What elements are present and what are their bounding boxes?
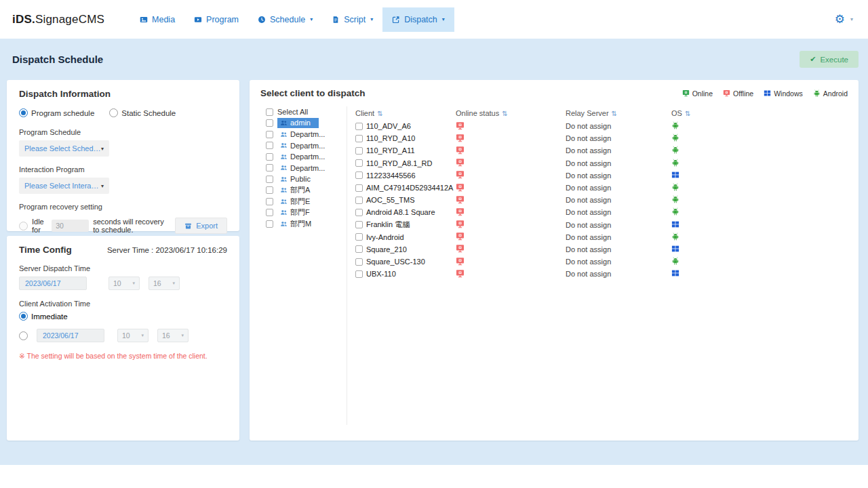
group-label[interactable]: 部門F bbox=[277, 207, 313, 218]
sort-icon[interactable]: ⇅ bbox=[502, 110, 507, 117]
radio-program-schedule[interactable]: Program schedule bbox=[19, 108, 94, 117]
sort-icon[interactable]: ⇅ bbox=[377, 110, 382, 117]
server-dispatch-date-input[interactable]: 2023/06/17 bbox=[19, 277, 87, 290]
idle-seconds-input[interactable] bbox=[52, 220, 89, 232]
tree-item-select-all[interactable]: Select All bbox=[266, 106, 347, 118]
server-dispatch-hour-select[interactable]: 10 ▾ bbox=[108, 277, 140, 290]
recovery-setting-label: Program recovery setting bbox=[19, 203, 227, 211]
group-label[interactable]: Departm... bbox=[277, 152, 328, 161]
radio-static-schedule[interactable]: Static Schedule bbox=[109, 108, 176, 117]
column-header-online-status[interactable]: Online status⇅ bbox=[456, 109, 566, 117]
client-activation-hour-select[interactable]: 10 ▾ bbox=[117, 329, 149, 342]
relay-value: Do not assign bbox=[566, 221, 611, 229]
idle-suffix: seconds will recovery to schedule. bbox=[93, 218, 171, 234]
checkbox[interactable] bbox=[266, 142, 273, 149]
column-header-relay-server[interactable]: Relay Server⇅ bbox=[566, 109, 671, 117]
client-name: 110_RYD_A8.1_RD bbox=[366, 159, 432, 167]
interaction-program-select[interactable]: Please Select Interaction S... ▾ bbox=[19, 178, 109, 194]
tree-item-group[interactable]: Departm... bbox=[266, 151, 347, 163]
group-label[interactable]: Departm... bbox=[277, 129, 328, 139]
checkbox[interactable] bbox=[355, 197, 363, 204]
checkbox[interactable] bbox=[266, 198, 273, 205]
group-label[interactable]: Departm... bbox=[277, 141, 328, 150]
column-header-os[interactable]: OS⇅ bbox=[671, 109, 848, 117]
checkbox[interactable] bbox=[355, 258, 363, 266]
checkbox[interactable] bbox=[355, 184, 363, 192]
settings-gear-icon[interactable]: ⚙ bbox=[835, 14, 845, 25]
radio-scheduled-activation[interactable] bbox=[19, 331, 28, 340]
checkbox[interactable] bbox=[266, 209, 273, 216]
tree-label: 部門M bbox=[290, 219, 311, 229]
android-icon bbox=[671, 134, 679, 142]
checkbox[interactable] bbox=[355, 233, 363, 241]
group-label[interactable]: 部門E bbox=[277, 196, 313, 207]
server-dispatch-minute-select[interactable]: 16 ▾ bbox=[149, 277, 180, 290]
legend-online: Online bbox=[682, 89, 713, 98]
checkbox[interactable] bbox=[266, 119, 273, 127]
tree-label: 部門E bbox=[290, 197, 310, 207]
radio-dot-icon bbox=[19, 108, 28, 117]
client-activation-minute-select[interactable]: 16 ▾ bbox=[157, 329, 189, 342]
client-table: Client⇅Online status⇅Relay Server⇅OS⇅ 11… bbox=[355, 106, 848, 280]
settings-caret-icon[interactable]: ▾ bbox=[850, 16, 853, 22]
radio-immediate[interactable]: Immediate bbox=[19, 312, 227, 321]
checkbox[interactable] bbox=[266, 131, 273, 138]
table-row: AIM_C47914D52934412ADo not assign bbox=[355, 182, 848, 194]
people-icon bbox=[280, 164, 288, 171]
offline-monitor-icon bbox=[456, 134, 465, 142]
radio-dot-icon bbox=[19, 312, 28, 321]
sort-icon[interactable]: ⇅ bbox=[612, 110, 617, 117]
checkbox[interactable] bbox=[355, 123, 363, 130]
checkbox[interactable] bbox=[266, 186, 273, 194]
nav-item-script[interactable]: Script▾ bbox=[322, 7, 382, 32]
client-activation-row: 2023/06/17 10 ▾ 16 ▾ bbox=[19, 329, 227, 342]
checkbox[interactable] bbox=[266, 153, 273, 161]
checkbox[interactable] bbox=[355, 270, 363, 278]
tree-item-group[interactable]: Public bbox=[266, 174, 347, 185]
select-value: 16 bbox=[153, 279, 161, 287]
tree-item-group[interactable]: 部門E bbox=[266, 196, 347, 207]
program-schedule-select[interactable]: Please Select Schedule ▾ bbox=[19, 140, 109, 157]
tree-item-group[interactable]: Departm... bbox=[266, 129, 347, 140]
checkbox[interactable] bbox=[266, 164, 273, 171]
tree-item-group[interactable]: Departm... bbox=[266, 140, 347, 152]
online-status-cell bbox=[456, 195, 566, 205]
tree-item-group[interactable]: 部門F bbox=[266, 207, 347, 219]
app-logo-rest: SignageCMS bbox=[35, 13, 104, 26]
os-cell bbox=[671, 207, 848, 217]
checkbox[interactable] bbox=[355, 135, 363, 142]
nav-item-media[interactable]: Media bbox=[130, 7, 184, 32]
group-label[interactable]: Departm... bbox=[277, 163, 328, 173]
checkbox[interactable] bbox=[355, 171, 363, 179]
schedule-icon bbox=[258, 16, 266, 24]
nav-item-schedule[interactable]: Schedule▾ bbox=[248, 7, 322, 32]
checkbox[interactable] bbox=[266, 220, 273, 228]
radio-idle-recovery[interactable] bbox=[19, 222, 28, 230]
nav-item-program[interactable]: Program bbox=[184, 7, 248, 32]
checkbox[interactable] bbox=[355, 147, 363, 155]
nav-item-dispatch[interactable]: Dispatch▾ bbox=[382, 7, 454, 32]
checkbox[interactable] bbox=[355, 209, 363, 216]
execute-button[interactable]: ✔ Execute bbox=[800, 51, 859, 68]
tree-item-group[interactable]: 部門M bbox=[266, 218, 347, 230]
group-label[interactable]: 部門A bbox=[277, 184, 313, 196]
group-label[interactable]: 部門M bbox=[277, 218, 314, 230]
legend-label: Online bbox=[692, 89, 713, 98]
relay-server-cell: Do not assign bbox=[566, 134, 671, 142]
checkbox[interactable] bbox=[355, 245, 363, 253]
group-label[interactable]: Public bbox=[277, 174, 313, 184]
tree-item-group[interactable]: admin bbox=[266, 118, 347, 129]
client-activation-date-input[interactable]: 2023/06/17 bbox=[37, 329, 104, 342]
group-label[interactable]: admin bbox=[277, 118, 319, 128]
checkbox[interactable] bbox=[355, 159, 363, 167]
tree-item-group[interactable]: 部門A bbox=[266, 185, 347, 197]
checkbox[interactable] bbox=[266, 108, 273, 116]
relay-server-cell: Do not assign bbox=[566, 270, 671, 278]
check-icon: ✔ bbox=[810, 55, 816, 64]
tree-item-group[interactable]: Departm... bbox=[266, 163, 347, 174]
export-button[interactable]: Export bbox=[175, 218, 227, 234]
sort-icon[interactable]: ⇅ bbox=[685, 110, 690, 117]
checkbox[interactable] bbox=[355, 221, 363, 228]
checkbox[interactable] bbox=[266, 176, 273, 183]
column-header-client[interactable]: Client⇅ bbox=[355, 109, 456, 117]
